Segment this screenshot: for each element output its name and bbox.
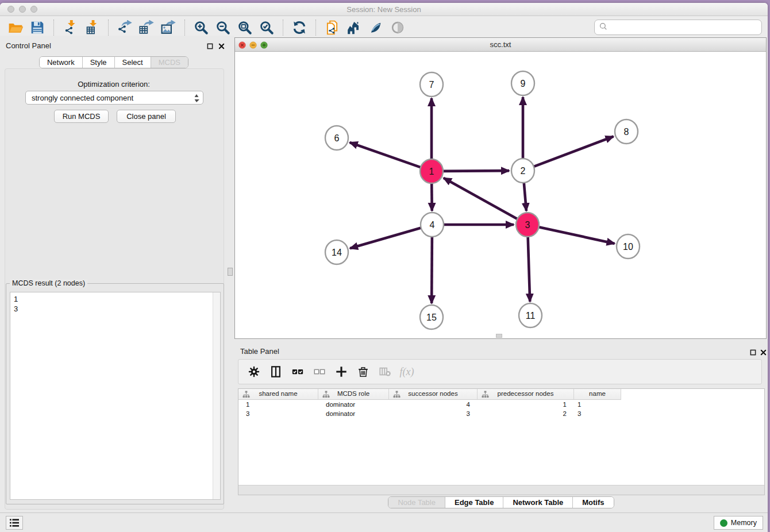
export-table-icon[interactable] — [137, 18, 156, 37]
function-builder-icon[interactable]: f(x) — [397, 362, 417, 381]
criterion-dropdown[interactable]: strongly connected component — [25, 91, 203, 105]
edge-2-3[interactable] — [524, 182, 526, 211]
zoom-fit-icon[interactable] — [236, 18, 254, 37]
show-hide-icon[interactable] — [388, 18, 407, 37]
search-box[interactable] — [594, 20, 762, 35]
column-header-name[interactable]: name — [574, 389, 621, 400]
table-cell: 3 — [246, 410, 249, 417]
refresh-network-icon[interactable] — [290, 18, 309, 37]
apply-style-icon[interactable] — [367, 18, 385, 37]
edge-1-6[interactable] — [350, 142, 421, 168]
control-panel: Control Panel NetworkStyleSelectMCDS Opt… — [0, 36, 234, 512]
search-input[interactable] — [610, 22, 761, 33]
delete-row-icon[interactable] — [353, 362, 373, 381]
float-panel-icon[interactable] — [206, 42, 214, 50]
mcds-result-line: 3 — [10, 304, 220, 314]
tab-style[interactable]: Style — [82, 57, 114, 68]
edge-2-8[interactable] — [533, 136, 614, 167]
select-all-icon[interactable] — [288, 362, 307, 381]
edge-3-11[interactable] — [528, 236, 530, 302]
edge-1-2[interactable] — [442, 171, 509, 171]
graph-node-label: 6 — [334, 133, 340, 143]
tab-select[interactable]: Select — [114, 57, 151, 68]
add-row-icon[interactable] — [332, 362, 351, 381]
table-cell: 2 — [478, 410, 567, 417]
column-header-label: name — [574, 390, 621, 397]
graph-node-label: 7 — [429, 80, 434, 90]
close-panel-button[interactable]: Close panel — [117, 110, 176, 123]
edge-3-1[interactable] — [444, 178, 518, 219]
table-cell: 1 — [246, 401, 249, 408]
table-row[interactable]: 1dominator411 — [238, 400, 764, 410]
mcds-result-textarea[interactable]: 13 — [10, 292, 221, 500]
network-title: scc.txt — [235, 40, 766, 49]
edge-4-15[interactable] — [432, 236, 432, 303]
scrollbar[interactable] — [213, 292, 220, 499]
first-neighbors-icon[interactable] — [345, 18, 363, 37]
tab-edge-table[interactable]: Edge Table — [445, 497, 503, 508]
table-hscrollbar[interactable] — [238, 485, 764, 495]
graph-node-label: 14 — [332, 248, 342, 257]
horizontal-splitter[interactable] — [234, 339, 768, 343]
zoom-selected-icon[interactable] — [257, 18, 276, 37]
show-columns-icon[interactable] — [266, 362, 286, 381]
task-history-button[interactable] — [6, 516, 23, 530]
zoom-out-icon[interactable] — [214, 18, 232, 37]
import-table-icon[interactable] — [83, 18, 101, 37]
node-table[interactable]: shared nameMCDS rolesuccessor nodesprede… — [238, 388, 765, 495]
titlebar: Session: New Session — [0, 3, 768, 16]
table-cell: 1 — [578, 401, 581, 408]
open-session-icon[interactable] — [6, 18, 25, 37]
canvas-splitter-handle[interactable] — [496, 334, 502, 338]
column-header-successor-nodes[interactable]: successor nodes — [389, 389, 478, 400]
table-tabs: Node TableEdge TableNetwork TableMotifs — [234, 496, 768, 508]
clone-network-icon[interactable] — [323, 18, 341, 37]
table-row[interactable]: 3dominator323 — [238, 410, 764, 419]
edge-1-4[interactable] — [432, 182, 432, 211]
table-cell: 1 — [478, 401, 567, 408]
graph-node-label: 1 — [429, 167, 434, 176]
optimization-criterion-label: Optimization criterion: — [0, 80, 228, 88]
tab-motifs[interactable]: Motifs — [572, 497, 613, 508]
table-cell: dominator — [326, 401, 355, 408]
column-header-label: successor nodes — [389, 390, 477, 397]
memory-button[interactable]: Memory — [714, 516, 763, 530]
run-mcds-button[interactable]: Run MCDS — [54, 110, 109, 123]
tab-network-table[interactable]: Network Table — [503, 497, 572, 508]
close-panel-icon[interactable] — [759, 348, 767, 356]
import-network-icon[interactable] — [61, 18, 79, 37]
network-graph[interactable]: 1234678910111415 — [235, 52, 766, 338]
table-cell: dominator — [326, 410, 355, 417]
tab-mcds[interactable]: MCDS — [151, 57, 188, 68]
splitter-handle[interactable] — [228, 268, 233, 276]
edge-3-10[interactable] — [538, 227, 615, 244]
search-icon — [599, 22, 608, 33]
export-network-icon[interactable] — [116, 18, 134, 37]
tab-network[interactable]: Network — [40, 57, 82, 68]
control-panel-tabs: NetworkStyleSelectMCDS — [0, 56, 228, 68]
column-header-label: predecessor nodes — [478, 390, 573, 397]
deselect-all-icon[interactable] — [310, 362, 329, 381]
network-window-titlebar[interactable]: scc.txt — [235, 38, 766, 52]
column-header-predecessor-nodes[interactable]: predecessor nodes — [478, 389, 574, 400]
edge-4-14[interactable] — [350, 228, 422, 248]
column-header-shared-name[interactable]: shared name — [238, 389, 318, 400]
delete-column-icon[interactable] — [375, 362, 395, 381]
tab-node-table[interactable]: Node Table — [388, 497, 445, 508]
toolbar-icons — [5, 18, 409, 37]
criterion-dropdown-value: strongly connected component — [32, 94, 133, 102]
toolbar-separator — [184, 20, 185, 36]
memory-status-icon — [720, 519, 727, 527]
graph-node-label: 11 — [526, 311, 536, 321]
save-session-icon[interactable] — [28, 18, 47, 37]
mcds-result-line: 1 — [10, 294, 220, 304]
zoom-in-icon[interactable] — [192, 18, 210, 37]
table-options-icon[interactable] — [244, 362, 264, 381]
graph-node-label: 8 — [624, 127, 629, 137]
column-header-MCDS-role[interactable]: MCDS role — [318, 389, 389, 400]
network-canvas[interactable]: 1234678910111415 — [235, 52, 766, 338]
table-toolbar: f(x) — [238, 359, 762, 384]
export-image-icon[interactable] — [159, 18, 178, 37]
float-panel-icon[interactable] — [749, 348, 757, 356]
close-panel-icon[interactable] — [217, 42, 225, 50]
